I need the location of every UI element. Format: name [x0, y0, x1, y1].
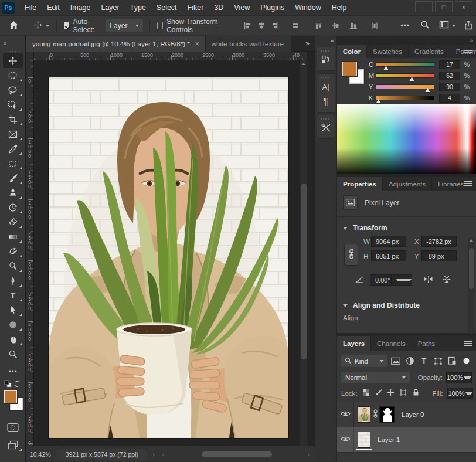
black-value-field[interactable]: 4	[439, 94, 460, 103]
filter-smart-objects-button[interactable]	[447, 355, 458, 367]
clone-stamp-tool[interactable]	[3, 185, 23, 200]
menu-edit[interactable]: Edit	[42, 0, 65, 16]
swap-colors-icon[interactable]	[13, 380, 21, 389]
dock-expand-button[interactable]: «	[315, 36, 336, 45]
width-field[interactable]: 9064 px	[371, 236, 406, 247]
fill-dropdown[interactable]	[465, 388, 473, 398]
foreground-color-swatch[interactable]	[342, 62, 357, 76]
properties-scrollbar-thumb[interactable]	[469, 248, 474, 289]
more-options-button[interactable]: •••	[397, 18, 413, 33]
slider-handle-icon[interactable]	[426, 88, 430, 92]
screen-mode-button[interactable]	[3, 437, 23, 452]
menu-file[interactable]: File	[19, 0, 42, 16]
layer-thumbnail[interactable]	[358, 406, 370, 423]
type-tool[interactable]: T	[3, 288, 23, 303]
slider-handle-icon[interactable]	[376, 99, 380, 103]
healing-brush-tool[interactable]	[3, 156, 23, 171]
minimize-button[interactable]: –	[415, 1, 433, 12]
edit-toolbar-button[interactable]	[3, 364, 23, 378]
opacity-field[interactable]: 100%	[446, 372, 472, 383]
horizontal-scrollbar-thumb[interactable]	[202, 451, 272, 457]
tab-patterns[interactable]: Patterns	[450, 45, 476, 58]
history-brush-tool[interactable]	[3, 200, 23, 215]
align-vertical-centers-button[interactable]	[329, 18, 343, 33]
slider-handle-icon[interactable]	[383, 66, 388, 70]
magenta-slider[interactable]	[376, 73, 434, 78]
rotation-field[interactable]: 0.00°	[370, 274, 412, 286]
tab-layers[interactable]: Layers	[337, 336, 371, 351]
foreground-color-swatch[interactable]	[4, 390, 17, 403]
menu-help[interactable]: Help	[327, 0, 352, 16]
horizontal-scrollbar[interactable]	[166, 446, 302, 462]
lock-all-button[interactable]	[412, 388, 420, 398]
lock-artboard-button[interactable]	[399, 389, 407, 398]
vertical-scrollbar[interactable]	[300, 60, 307, 446]
status-chevron-icon[interactable]: ›	[147, 451, 160, 458]
lock-position-button[interactable]	[387, 389, 395, 398]
y-field[interactable]: -89 px	[421, 250, 457, 261]
eraser-tool[interactable]	[3, 215, 23, 229]
properties-scrollbar[interactable]	[468, 237, 475, 334]
layer-row-1[interactable]: Layer 1	[337, 427, 476, 453]
panel-menu-icon[interactable]	[464, 49, 472, 54]
cyan-slider[interactable]	[376, 62, 434, 67]
height-field[interactable]: 6051 px	[371, 250, 406, 261]
paragraph-panel-button[interactable]: ¶	[317, 94, 335, 110]
filter-kind-dropdown[interactable]: Kind	[341, 355, 387, 367]
eyedropper-tool[interactable]	[3, 141, 23, 156]
tab-channels[interactable]: Channels	[371, 336, 412, 351]
object-selection-tool[interactable]	[3, 97, 23, 112]
character-panel-button[interactable]: A|	[317, 79, 335, 94]
distribute-horizontal-centers-button[interactable]	[368, 18, 382, 33]
menu-layer[interactable]: Layer	[96, 0, 124, 16]
menu-plugins[interactable]: Plugins	[255, 0, 290, 16]
menu-3d[interactable]: 3D	[209, 0, 229, 16]
ruler-origin-corner[interactable]	[26, 52, 34, 60]
brush-tool[interactable]	[3, 171, 23, 185]
tab-properties[interactable]: Properties	[337, 177, 383, 191]
show-transform-checkbox[interactable]: Show Transform Controls	[154, 18, 227, 33]
document-tab-active[interactable]: young-man-portrait.jpg @ 10.4% (Layer 1,…	[26, 36, 205, 52]
slider-handle-icon[interactable]	[409, 77, 414, 81]
canvas-viewport[interactable]	[34, 60, 307, 446]
menu-filter[interactable]: Filter	[182, 0, 209, 16]
lock-pixels-button[interactable]	[375, 389, 382, 398]
tab-adjustments[interactable]: Adjustments	[383, 177, 432, 191]
scroll-up-icon[interactable]	[470, 239, 473, 242]
filter-shape-layers-button[interactable]	[433, 355, 444, 367]
auto-select-target-dropdown[interactable]: Layer	[106, 19, 143, 32]
panels-collapse-button[interactable]: »	[337, 36, 476, 45]
color-spectrum-ramp[interactable]	[337, 104, 476, 174]
dodge-tool[interactable]	[3, 259, 23, 273]
shape-tool[interactable]	[3, 317, 23, 332]
flip-vertical-button[interactable]	[441, 274, 452, 286]
rotation-dropdown[interactable]	[391, 275, 412, 285]
blend-mode-dropdown[interactable]: Normal	[341, 372, 410, 383]
dock-grip[interactable]	[321, 77, 331, 78]
menu-select[interactable]: Select	[151, 0, 182, 16]
close-button[interactable]: ×	[455, 1, 472, 12]
smudge-tool[interactable]	[3, 244, 23, 259]
flip-horizontal-button[interactable]	[423, 274, 434, 286]
scroll-up-icon[interactable]	[302, 63, 305, 65]
close-icon[interactable]: ×	[195, 40, 199, 48]
menu-view[interactable]: View	[229, 0, 255, 16]
magenta-value-field[interactable]: 62	[439, 72, 460, 80]
align-left-edges-button[interactable]	[240, 18, 254, 33]
filter-adjustment-layers-button[interactable]	[404, 355, 416, 367]
fill-field[interactable]: 100%	[447, 388, 473, 399]
auto-select-checkbox[interactable]: Auto-Select:	[61, 18, 104, 33]
path-selection-tool[interactable]	[3, 303, 23, 317]
quick-mask-button[interactable]	[3, 420, 23, 434]
panel-menu-icon[interactable]	[464, 181, 472, 186]
align-top-edges-button[interactable]	[311, 18, 325, 33]
menu-image[interactable]: Image	[65, 0, 96, 16]
tab-gradients[interactable]: Gradients	[409, 45, 450, 58]
filter-toggle-button[interactable]	[461, 355, 472, 367]
tab-overflow-button[interactable]: »	[300, 36, 315, 51]
lasso-tool[interactable]	[3, 83, 23, 97]
layer-mask-thumbnail[interactable]	[379, 406, 395, 423]
visibility-toggle[interactable]	[337, 427, 354, 452]
move-tool[interactable]	[3, 53, 23, 68]
opacity-dropdown[interactable]	[463, 373, 471, 383]
